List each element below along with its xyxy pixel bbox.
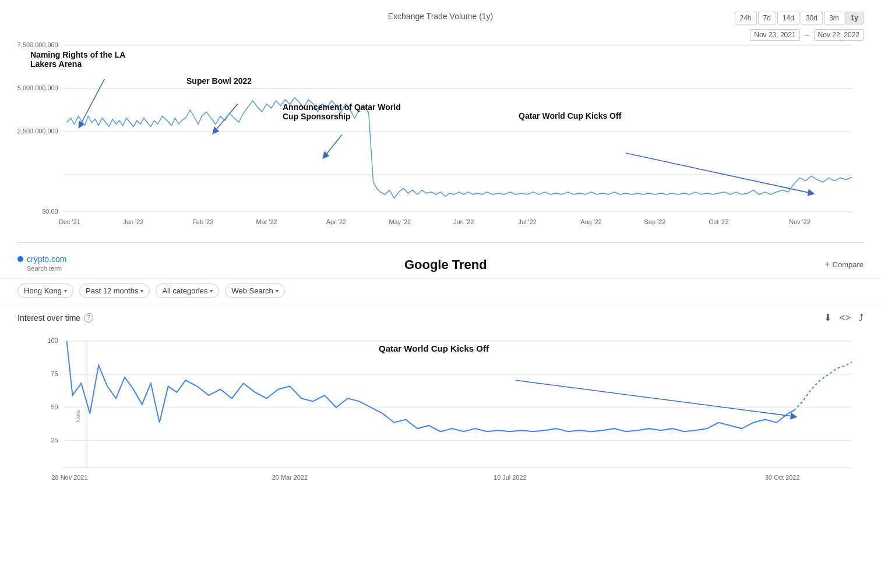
compare-label: Compare: [833, 260, 864, 269]
plus-icon: +: [824, 259, 830, 270]
svg-text:Sep '22: Sep '22: [644, 218, 666, 225]
interest-title-text: Interest over time: [17, 313, 80, 323]
filter-search-type[interactable]: Web Search ▾: [225, 284, 284, 298]
svg-text:Dec '21: Dec '21: [59, 218, 80, 225]
filter-search-type-label: Web Search: [231, 286, 273, 295]
svg-line-24: [626, 153, 811, 193]
svg-text:$7,500,000,000: $7,500,000,000: [17, 41, 58, 48]
svg-line-21: [80, 79, 104, 125]
svg-text:$5,000,000,000: $5,000,000,000: [17, 84, 58, 91]
annotation-qatar-kickoff-bottom: Qatar World Cup Kicks Off: [379, 343, 489, 353]
google-trends-header: crypto.com Search term Google Trend + Co…: [0, 243, 881, 278]
top-chart-section: Exchange Trade Volume (1y) 24h 7d 14d 30…: [0, 0, 881, 242]
svg-text:Nov '22: Nov '22: [789, 218, 810, 225]
bottom-chart-svg: 100 75 50 25 28 Nov 2021 20 Mar 2022 10 …: [17, 329, 864, 492]
svg-text:Apr '22: Apr '22: [326, 218, 346, 225]
svg-text:20 Mar 2022: 20 Mar 2022: [272, 474, 308, 481]
filter-country[interactable]: Hong Kong ▾: [17, 284, 73, 298]
term-type: Search term: [27, 265, 66, 272]
time-btn-1y[interactable]: 1y: [845, 12, 864, 24]
svg-text:25: 25: [51, 437, 58, 444]
annotation-superbowl: Super Bowl 2022: [186, 76, 252, 86]
chevron-down-icon-3: ▾: [210, 288, 213, 294]
filter-time[interactable]: Past 12 months ▾: [79, 284, 150, 298]
svg-text:Oct '22: Oct '22: [709, 218, 728, 225]
top-chart-container: Naming Rights of the LA Lakers Arena Sup…: [17, 27, 864, 236]
svg-text:Jun '22: Jun '22: [453, 218, 474, 225]
annotation-qatar-sponsorship: Announcement of Qatar WorldCup Sponsorsh…: [283, 102, 401, 121]
svg-text:10 Jul 2022: 10 Jul 2022: [494, 474, 526, 481]
term-dot-icon: [17, 256, 23, 262]
interest-actions: ⬇ <> ⤴: [824, 312, 864, 323]
svg-text:Feb '22: Feb '22: [192, 218, 213, 225]
chevron-down-icon: ▾: [64, 288, 67, 294]
svg-text:Mar '22: Mar '22: [256, 218, 277, 225]
google-trend-title: Google Trend: [90, 257, 801, 272]
compare-button[interactable]: + Compare: [824, 259, 864, 270]
time-btn-30d[interactable]: 30d: [801, 12, 823, 24]
annotation-lakers: Naming Rights of the LA Lakers Arena: [30, 50, 147, 69]
filters-bar: Hong Kong ▾ Past 12 months ▾ All categor…: [0, 278, 881, 303]
time-btn-7d[interactable]: 7d: [758, 12, 776, 24]
interest-section: Interest over time ? ⬇ <> ⤴ Qatar World …: [0, 303, 881, 498]
chevron-down-icon-2: ▾: [140, 288, 143, 294]
chevron-down-icon-4: ▾: [276, 288, 279, 294]
time-buttons-group: 24h 7d 14d 30d 3m 1y: [735, 12, 864, 24]
term-text: crypto.com: [27, 254, 66, 264]
annotation-qatar-kickoff-top: Qatar World Cup Kicks Off: [519, 111, 621, 121]
filter-country-label: Hong Kong: [24, 286, 62, 295]
filter-time-label: Past 12 months: [86, 286, 138, 295]
svg-text:Aug '22: Aug '22: [580, 218, 602, 225]
embed-icon[interactable]: <>: [840, 313, 851, 323]
help-icon[interactable]: ?: [84, 313, 93, 323]
filter-category-label: All categories: [162, 286, 207, 295]
interest-title-group: Interest over time ?: [17, 313, 93, 323]
svg-text:75: 75: [51, 370, 58, 377]
svg-text:Note: Note: [75, 409, 82, 422]
svg-text:Jul '22: Jul '22: [519, 218, 537, 225]
svg-text:$0.00: $0.00: [42, 208, 58, 215]
gt-term-name: crypto.com: [17, 254, 66, 264]
svg-text:Jan '22: Jan '22: [123, 218, 143, 225]
svg-text:100: 100: [47, 337, 58, 344]
svg-line-40: [516, 380, 794, 416]
svg-text:30 Oct 2022: 30 Oct 2022: [765, 474, 800, 481]
svg-text:28 Nov 2021: 28 Nov 2021: [52, 474, 88, 481]
bottom-chart-container: Qatar World Cup Kicks Off 100 75 50 25 2…: [17, 329, 864, 492]
svg-text:$2,500,000,000: $2,500,000,000: [17, 127, 58, 134]
time-btn-3m[interactable]: 3m: [824, 12, 844, 24]
share-icon[interactable]: ⤴: [859, 313, 864, 323]
gt-term-block: crypto.com Search term: [17, 254, 66, 272]
time-btn-14d[interactable]: 14d: [777, 12, 799, 24]
download-icon[interactable]: ⬇: [824, 312, 831, 323]
filter-category[interactable]: All categories ▾: [156, 284, 219, 298]
interest-header: Interest over time ? ⬇ <> ⤴: [17, 312, 864, 323]
time-btn-24h[interactable]: 24h: [735, 12, 757, 24]
svg-text:50: 50: [51, 403, 58, 410]
svg-line-23: [325, 134, 342, 156]
svg-text:May '22: May '22: [389, 218, 411, 225]
